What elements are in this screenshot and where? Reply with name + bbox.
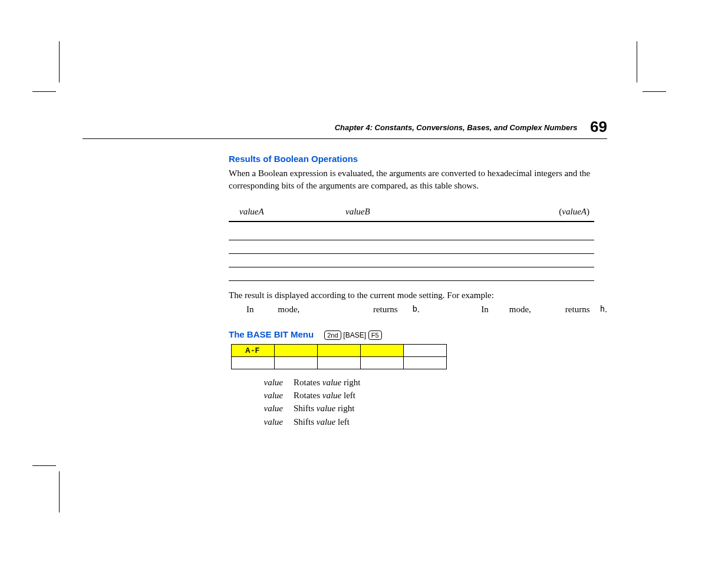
- table-row: [229, 254, 594, 267]
- col-header-b: valueB: [345, 206, 428, 217]
- key-2nd: 2nd: [324, 330, 341, 340]
- menu-cell: [318, 344, 361, 356]
- definitions: value Rotates value right value Rotates …: [229, 376, 607, 428]
- crop-mark: [643, 91, 666, 92]
- definition-row: value Rotates value left: [229, 389, 607, 401]
- menu-cell: [232, 356, 275, 369]
- key-sequence: 2nd [BASE] F5: [324, 329, 381, 340]
- key-f5: F5: [368, 330, 382, 340]
- crop-mark: [32, 465, 56, 466]
- section-heading-bit-menu: The BASE BIT Menu: [229, 329, 314, 340]
- crop-mark: [59, 471, 60, 513]
- section-heading-results: Results of Boolean Operations: [229, 153, 607, 165]
- running-header: Chapter 4: Constants, Conversions, Bases…: [83, 118, 607, 139]
- col-header-a: valueA: [229, 206, 345, 217]
- table-row: [229, 240, 594, 254]
- mode-example-line: In mode, returns b. In mode, returns h.: [229, 303, 607, 315]
- mode-sentence: The result is displayed according to the…: [229, 289, 607, 301]
- crop-mark: [32, 91, 56, 92]
- crop-mark: [59, 41, 60, 82]
- menu-cell: [361, 356, 404, 369]
- definition-row: value Rotates value right: [229, 376, 607, 388]
- menu-table: A‑F: [231, 344, 447, 369]
- bit-menu-heading: The BASE BIT Menu 2nd [BASE] F5: [229, 329, 607, 340]
- section-body: When a Boolean expression is evaluated, …: [229, 167, 607, 191]
- page-content: Chapter 4: Constants, Conversions, Bases…: [83, 118, 607, 429]
- boolean-table-header: valueA valueB (valueA): [229, 203, 594, 222]
- table-row: [229, 222, 594, 240]
- menu-cell: [275, 344, 318, 356]
- table-row: [229, 267, 594, 281]
- chapter-title: Chapter 4: Constants, Conversions, Bases…: [335, 123, 578, 132]
- col-header-result: (valueA): [428, 206, 594, 217]
- menu-cell: [318, 356, 361, 369]
- definition-row: value Shifts value right: [229, 402, 607, 414]
- boolean-table: valueA valueB (valueA): [229, 203, 594, 281]
- menu-cell: [361, 344, 404, 356]
- crop-mark: [637, 41, 637, 82]
- menu-cell: [404, 344, 447, 356]
- menu-cell: [275, 356, 318, 369]
- definition-row: value Shifts value left: [229, 416, 607, 428]
- menu-cell-highlight: A‑F: [232, 344, 275, 356]
- page-number: 69: [590, 118, 607, 135]
- menu-cell: [404, 356, 447, 369]
